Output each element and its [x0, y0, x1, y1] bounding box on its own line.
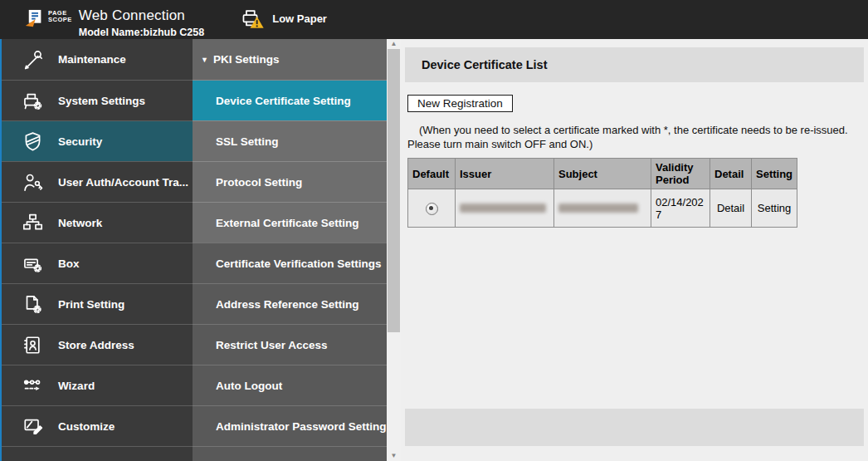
- app-title: Web Connection: [79, 7, 204, 25]
- submenu-item-auto-logout[interactable]: Auto Logout: [193, 365, 387, 405]
- sidebar-item-network[interactable]: Network: [2, 202, 193, 243]
- store-address-icon: [22, 334, 44, 356]
- submenu-item-restrict-user-access[interactable]: Restrict User Access: [193, 324, 387, 365]
- issuer-redacted-text: [460, 204, 546, 213]
- submenu-item-external-certificate-setting[interactable]: External Certificate Setting: [193, 202, 387, 243]
- note-line-1: (When you need to select a certificate m…: [407, 123, 864, 137]
- page-title: Device Certificate List: [422, 58, 548, 71]
- box-icon: [22, 253, 44, 275]
- certificate-row: 02/14/2027 Detail Setting: [408, 189, 797, 228]
- security-shield-icon: [22, 130, 44, 153]
- certificate-table: Default Issuer Subject Validity Period D…: [407, 158, 797, 228]
- app-window: PAGE SCOPE Web Connection Model Name:biz…: [0, 0, 868, 461]
- sidebar-partial-item: [2, 446, 193, 461]
- sidebar-item-print-setting[interactable]: Print Setting: [2, 283, 193, 324]
- sidebar-item-box[interactable]: Box: [2, 243, 193, 283]
- submenu-header-pki-settings[interactable]: ▼ PKI Settings: [193, 39, 387, 80]
- print-setting-icon: [22, 293, 44, 316]
- sidebar-item-security[interactable]: Security: [2, 120, 193, 161]
- setting-button[interactable]: Setting: [752, 189, 797, 228]
- user-auth-key-icon: [22, 171, 44, 194]
- submenu-scrollbar[interactable]: ▲ ▼: [387, 39, 401, 461]
- subject-redacted-text: [558, 204, 638, 213]
- pagescope-logo-icon: [23, 7, 46, 29]
- sidebar-item-wizard[interactable]: Wizard: [2, 365, 193, 405]
- scroll-up-icon[interactable]: ▲: [387, 39, 401, 49]
- sidebar-item-store-address[interactable]: Store Address: [2, 324, 193, 365]
- col-header-subject: Subject: [554, 159, 651, 189]
- sidebar-item-system-settings[interactable]: System Settings: [2, 80, 193, 120]
- submenu-partial-item: [193, 446, 387, 461]
- wizard-icon: [22, 375, 44, 397]
- scrollbar-thumb[interactable]: [388, 49, 400, 332]
- subject-cell: [554, 189, 651, 228]
- low-paper-warning-icon: [241, 7, 266, 30]
- model-name: Model Name:bizhub C258: [79, 26, 204, 39]
- table-header-row: Default Issuer Subject Validity Period D…: [408, 159, 797, 189]
- sidebar-item-user-auth-account-tra[interactable]: User Auth/Account Tra...: [2, 161, 193, 202]
- sidebar: Maintenance System Settings Security Use…: [2, 39, 193, 461]
- bottom-band: [405, 409, 864, 446]
- header-bar: PAGE SCOPE Web Connection Model Name:biz…: [0, 0, 868, 39]
- col-header-issuer: Issuer: [456, 159, 554, 189]
- note-line-2: Please turn main switch OFF and ON.): [407, 137, 864, 151]
- col-header-setting: Setting: [752, 159, 797, 189]
- submenu-item-ssl-setting[interactable]: SSL Setting: [193, 120, 387, 161]
- submenu-panel: ▼ PKI Settings Device Certificate Settin…: [193, 39, 387, 461]
- scroll-down-icon[interactable]: ▼: [387, 451, 401, 461]
- new-registration-button[interactable]: New Registration: [407, 95, 513, 112]
- certificate-note: (When you need to select a certificate m…: [407, 123, 864, 151]
- main-content: Device Certificate List New Registration…: [401, 39, 868, 461]
- validity-period-cell: 02/14/2027: [651, 189, 710, 228]
- logo-line2: SCOPE: [48, 17, 72, 23]
- sidebar-item-customize[interactable]: Customize: [2, 405, 193, 446]
- system-settings-icon: [22, 90, 44, 112]
- detail-button[interactable]: Detail: [710, 189, 752, 228]
- content-area: New Registration (When you need to selec…: [405, 82, 864, 409]
- sidebar-item-maintenance[interactable]: Maintenance: [2, 39, 193, 80]
- default-cell: [408, 189, 456, 228]
- pagescope-wordmark: PAGE SCOPE: [48, 10, 72, 39]
- customize-icon: [22, 415, 44, 438]
- col-header-detail: Detail: [710, 159, 752, 189]
- issuer-cell: [456, 189, 554, 228]
- collapse-triangle-icon: ▼: [201, 56, 208, 64]
- submenu-item-administrator-password-setting[interactable]: Administrator Password Setting: [193, 405, 387, 446]
- brand: PAGE SCOPE Web Connection Model Name:biz…: [0, 0, 204, 39]
- maintenance-icon: [22, 48, 44, 71]
- title-band: Device Certificate List: [405, 47, 864, 82]
- submenu-header-label: PKI Settings: [213, 53, 280, 66]
- network-icon: [22, 212, 44, 234]
- submenu-item-protocol-setting[interactable]: Protocol Setting: [193, 161, 387, 202]
- col-header-default: Default: [408, 159, 456, 189]
- col-header-validity-period: Validity Period: [651, 159, 710, 189]
- device-status: Low Paper: [241, 0, 327, 30]
- status-label: Low Paper: [272, 12, 327, 25]
- default-radio-button[interactable]: [426, 203, 438, 215]
- submenu-item-certificate-verification-settings[interactable]: Certificate Verification Settings: [193, 243, 387, 283]
- submenu-item-address-reference-setting[interactable]: Address Reference Setting: [193, 283, 387, 324]
- submenu-item-device-certificate-setting[interactable]: Device Certificate Setting: [193, 80, 387, 120]
